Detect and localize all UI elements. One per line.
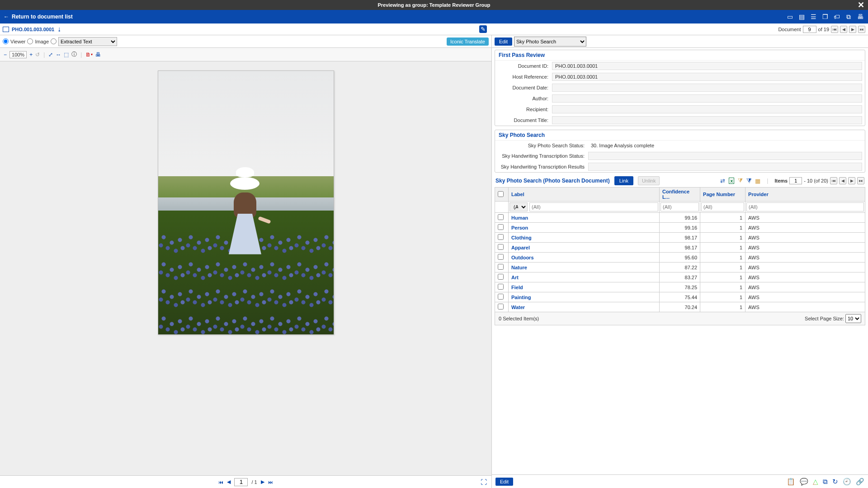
stack-icon[interactable]: ▤ (797, 13, 806, 20)
filter-provider-input[interactable] (746, 202, 864, 211)
row-label[interactable]: Apparel (509, 243, 660, 253)
filter-page-input[interactable] (701, 202, 744, 211)
row-checkbox[interactable] (498, 304, 504, 310)
viewer-radio[interactable] (3, 38, 9, 44)
table-row[interactable]: Human99.161AWS (495, 213, 865, 223)
table-row[interactable]: Water70.241AWS (495, 302, 865, 312)
clear-filter-icon[interactable]: ⧩̸ (746, 177, 751, 184)
row-label[interactable]: Field (509, 282, 660, 292)
extract-select[interactable]: Extracted Text (58, 37, 117, 46)
row-label[interactable]: Water (509, 302, 660, 312)
fit-page-icon[interactable]: ⬚ (64, 52, 69, 58)
history-icon[interactable]: 🕘 (843, 478, 851, 486)
refresh-icon[interactable]: ↻ (832, 478, 838, 486)
select-all-checkbox[interactable] (498, 191, 504, 197)
header-page[interactable]: Page Number (700, 188, 745, 202)
link-chain-icon[interactable]: 🔗 (856, 478, 864, 486)
table-row[interactable]: Person99.161AWS (495, 223, 865, 233)
table-row[interactable]: Outdoors95.601AWS (495, 253, 865, 263)
table-row[interactable]: Field78.251AWS (495, 282, 865, 292)
list-icon[interactable]: ☰ (809, 13, 817, 20)
row-checkbox[interactable] (498, 254, 504, 260)
undo-icon[interactable]: ↺ (35, 52, 40, 58)
chat-icon[interactable]: 💬 (800, 478, 808, 486)
swap-icon[interactable]: ⇄ (720, 178, 725, 184)
row-checkbox[interactable] (498, 264, 504, 270)
items-next-icon[interactable]: ▶ (848, 177, 855, 184)
row-label[interactable]: Clothing (509, 233, 660, 243)
edit-top-button[interactable]: Edit (495, 38, 512, 46)
header-checkbox-col[interactable] (495, 188, 509, 202)
page-input[interactable] (234, 478, 248, 486)
row-label[interactable]: Person (509, 223, 660, 233)
filter-icon[interactable]: ⧩ (738, 177, 743, 184)
triangle-icon[interactable]: △ (813, 478, 818, 486)
row-checkbox[interactable] (498, 214, 504, 220)
row-checkbox[interactable] (498, 234, 504, 240)
grid-icon[interactable]: ▦ (755, 178, 760, 184)
header-label[interactable]: Label (509, 188, 660, 202)
row-checkbox[interactable] (498, 244, 504, 250)
filter-label-select1[interactable]: (All) (509, 202, 528, 211)
download-icon[interactable]: ⭳ (57, 27, 62, 32)
page-last-icon[interactable]: ⏭ (268, 479, 273, 485)
items-first-icon[interactable]: ⏮ (830, 177, 837, 184)
items-prev-icon[interactable]: ◀ (839, 177, 846, 184)
iconic-translate-button[interactable]: Iconic Translate (447, 38, 489, 46)
page-next-icon[interactable]: ▶ (261, 479, 264, 485)
device-icon[interactable]: ⧉ (844, 13, 853, 20)
fit-width-icon[interactable]: ↔ (56, 52, 61, 58)
edit-bottom-button[interactable]: Edit (495, 478, 513, 486)
zoom-out-icon[interactable]: − (4, 52, 7, 58)
nav-last-icon[interactable]: ⏭ (858, 26, 865, 33)
info-icon[interactable]: ⓘ (71, 51, 77, 58)
table-row[interactable]: Nature87.221AWS (495, 263, 865, 272)
row-label[interactable]: Painting (509, 292, 660, 302)
nav-prev-icon[interactable]: ◀ (840, 26, 847, 33)
table-row[interactable]: Apparel98.171AWS (495, 243, 865, 253)
filter-label-input[interactable] (529, 202, 658, 211)
nav-next-icon[interactable]: ▶ (849, 26, 856, 33)
items-from-input[interactable] (789, 177, 802, 184)
page-size-select[interactable]: 10 (845, 314, 861, 323)
close-icon[interactable]: ✕ (858, 0, 864, 10)
zoom-in-icon[interactable]: + (29, 52, 33, 58)
card-icon[interactable]: ▭ (786, 13, 794, 20)
extract-radio[interactable] (51, 38, 57, 44)
page-prev-icon[interactable]: ◀ (227, 479, 231, 485)
row-label[interactable]: Nature (509, 263, 660, 272)
row-label[interactable]: Outdoors (509, 253, 660, 263)
table-row[interactable]: Painting75.441AWS (495, 292, 865, 302)
items-last-icon[interactable]: ⏭ (857, 177, 864, 184)
image-viewer-area[interactable] (0, 61, 491, 475)
header-provider[interactable]: Provider (745, 188, 865, 202)
duplicate-icon[interactable]: ⧉ (823, 478, 828, 486)
row-checkbox[interactable] (498, 274, 504, 280)
print-icon[interactable]: 🖶 (856, 13, 864, 20)
row-label[interactable]: Art (509, 272, 660, 282)
table-row[interactable]: Clothing98.171AWS (495, 233, 865, 243)
return-link[interactable]: ← Return to document list (4, 14, 73, 20)
viewer-radio-group[interactable]: Viewer (3, 38, 25, 44)
link-button[interactable]: Link (614, 176, 633, 185)
pdf-icon[interactable]: 🗎▾ (85, 52, 93, 58)
image-radio[interactable] (27, 38, 33, 44)
row-checkbox[interactable] (498, 224, 504, 230)
doc-number-input[interactable] (803, 26, 816, 33)
image-radio-group[interactable]: Image (27, 38, 49, 44)
excel-icon[interactable]: x (729, 178, 734, 184)
header-badge-icon[interactable]: ✎ (479, 25, 487, 33)
filter-conf-input[interactable] (660, 202, 699, 211)
row-checkbox[interactable] (498, 294, 504, 300)
row-label[interactable]: Human (509, 213, 660, 223)
header-confidence[interactable]: Confidence L... (660, 188, 700, 202)
page-first-icon[interactable]: ⏮ (218, 479, 223, 485)
nav-first-icon[interactable]: ⏮ (831, 26, 838, 33)
copy-icon[interactable]: ❐ (821, 13, 829, 20)
table-row[interactable]: Art83.271AWS (495, 272, 865, 282)
clipboard-icon[interactable]: 📋 (787, 478, 795, 486)
metadata-view-select[interactable]: Sky Photo Search (514, 37, 586, 47)
fit-screen-icon[interactable]: ⤢ (48, 52, 53, 58)
expand-icon[interactable]: ⛶ (481, 479, 487, 486)
print-viewer-icon[interactable]: 🖶 (95, 52, 101, 58)
